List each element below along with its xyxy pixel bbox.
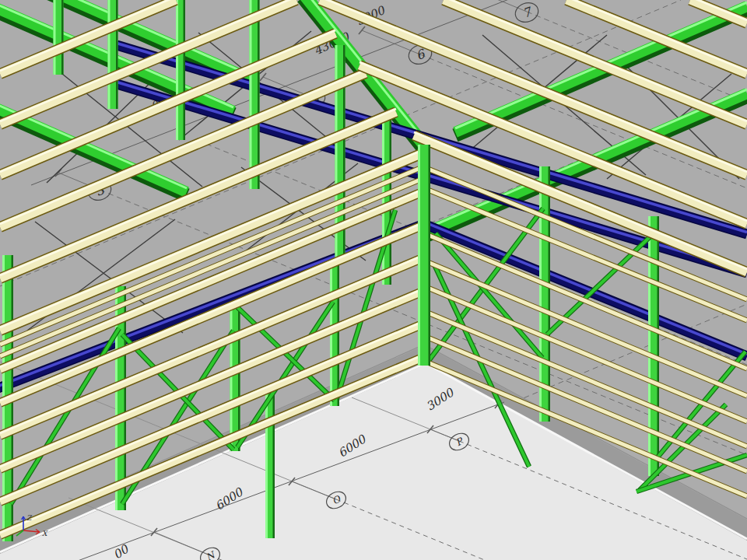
column-highlight [265,393,268,538]
structural-model-scene: 5000430000000300060006000003567NOPZX [0,0,747,560]
column-shade [273,393,275,538]
column-shade [61,0,64,75]
column-highlight [54,0,56,75]
corner-column-highlight [418,145,420,366]
column-shade [184,0,186,140]
column-highlight [648,216,651,476]
corner-column [418,145,430,366]
column-highlight [108,0,110,109]
column-shade [549,166,551,422]
corner-column-shade [429,145,431,366]
column-shade [390,115,392,285]
column-shade [258,0,260,189]
column-shade [116,0,118,109]
cad-3d-viewport[interactable]: 5000430000000300060006000003567NOPZX [0,0,747,560]
column-highlight [176,0,178,140]
column-highlight [250,0,252,189]
